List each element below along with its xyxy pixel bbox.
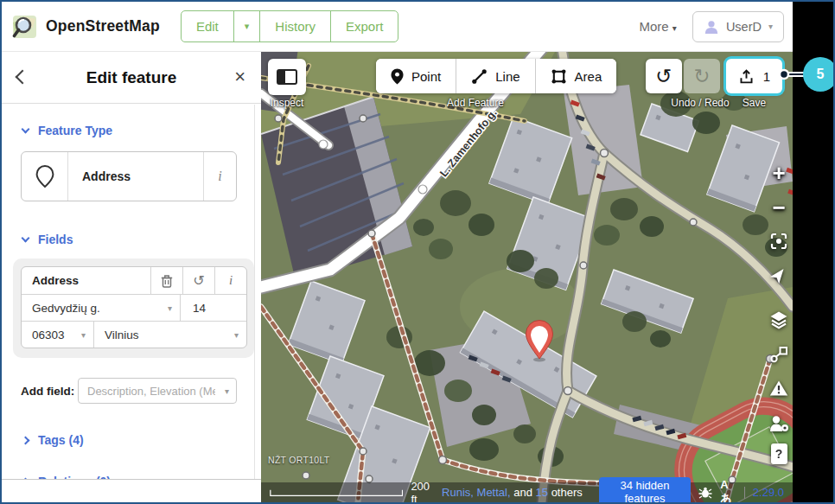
export-button[interactable]: Export: [330, 11, 398, 41]
brand-title: OpenStreetMap: [46, 17, 160, 35]
bug-icon: [698, 487, 712, 499]
zoom-to-selection-button[interactable]: [766, 228, 792, 254]
line-icon: [471, 68, 488, 85]
history-button[interactable]: History: [259, 11, 330, 41]
city-combobox[interactable]: Vilnius ▾: [93, 322, 246, 348]
map-data-icon: [768, 344, 789, 365]
panel-body: Feature Type Address i Fields: [2, 105, 261, 479]
openstreetmap-logo-icon: [12, 14, 38, 40]
top-header: OpenStreetMap Edit ▾ History Export More…: [2, 2, 793, 52]
add-area-button[interactable]: Area: [535, 59, 617, 93]
frame-target-icon: [768, 231, 789, 252]
caret-down-icon: ▾: [81, 330, 86, 340]
feature-type-info-button[interactable]: i: [203, 152, 236, 201]
remove-field-button[interactable]: [150, 267, 182, 294]
street-combobox[interactable]: Gedvydžių g. ▾: [22, 295, 180, 321]
add-field-combobox[interactable]: ▾: [78, 378, 237, 404]
save-button[interactable]: 1: [726, 59, 782, 93]
scroll-gutter: [254, 105, 255, 479]
navigation-arrow-icon: [768, 265, 789, 285]
panel-header: Edit feature ×: [2, 52, 261, 104]
tags-section-header[interactable]: Tags (4): [2, 433, 261, 447]
contributor-attribution: Runis, Mettal, and 15 others: [442, 486, 583, 499]
panel-footer: [2, 479, 261, 502]
user-menu-button[interactable]: UserD ▾: [692, 11, 784, 42]
redo-icon: ↻: [693, 65, 710, 88]
caret-down-icon: ▾: [672, 23, 677, 33]
header-right: More ▾ UserD ▾: [639, 11, 784, 42]
street-housenumber-row: Gedvydžių g. ▾ 14: [22, 294, 246, 321]
caret-down-icon: ▾: [168, 303, 172, 313]
user-settings-icon: [768, 413, 790, 434]
redo-button[interactable]: ↻: [684, 59, 720, 93]
map-pin-outline-icon: [35, 164, 55, 188]
status-strip: 200 ft Runis, Mettal, and 15 others 34 h…: [261, 482, 793, 502]
issues-button[interactable]: [766, 375, 792, 401]
aerial-imagery: L. Zamenhofo g.: [261, 52, 793, 502]
imagery-attribution: NŽT ORT10LT: [268, 455, 330, 465]
add-feature-group: Point Line Area: [376, 59, 616, 93]
feature-icon-cell: [22, 152, 68, 201]
warning-triangle-icon: [768, 378, 789, 399]
add-field-input[interactable]: [79, 379, 236, 403]
housenumber-input[interactable]: 14: [180, 295, 246, 321]
edit-button-group: Edit ▾ History Export: [181, 10, 398, 42]
edit-button[interactable]: Edit: [182, 11, 233, 41]
report-bug-button[interactable]: [698, 487, 712, 499]
caret-down-icon: ▾: [768, 22, 773, 31]
layers-icon: [768, 309, 789, 330]
hidden-features-button[interactable]: 34 hidden features: [599, 477, 691, 502]
inspect-mode-button[interactable]: [268, 59, 306, 95]
revert-field-button[interactable]: ↺: [182, 267, 214, 294]
feature-type-name: Address: [68, 152, 203, 201]
undo-icon: ↺: [655, 65, 672, 88]
close-icon[interactable]: ×: [231, 52, 249, 102]
chevron-right-icon: [22, 436, 30, 444]
address-field-wrap: Address ↺ i: [13, 258, 254, 358]
field-info-button[interactable]: i: [214, 267, 246, 294]
undo-button[interactable]: ↺: [646, 59, 682, 93]
geolocate-button[interactable]: [766, 262, 792, 288]
chevron-down-icon: [22, 233, 30, 242]
more-menu-button[interactable]: More ▾: [639, 19, 676, 34]
add-line-button[interactable]: Line: [456, 59, 534, 93]
user-avatar-icon: [704, 19, 719, 35]
help-icon: ?: [771, 443, 787, 464]
background-layers-button[interactable]: [766, 307, 792, 333]
address-field-label: Address: [22, 267, 150, 294]
address-field-header-row: Address ↺ i: [22, 267, 246, 294]
chevron-down-icon: [22, 124, 30, 133]
annotation-badge: 5: [803, 57, 835, 92]
preferences-button[interactable]: [766, 411, 792, 437]
version-link[interactable]: 2.29.0: [753, 486, 784, 499]
zoom-out-button[interactable]: −: [766, 195, 792, 220]
others-count-link[interactable]: 15: [536, 486, 548, 499]
save-upload-icon: [738, 68, 755, 85]
fields-section: Fields Address: [2, 233, 261, 404]
inspect-icon: [277, 69, 297, 85]
panel-title: Edit feature: [2, 52, 261, 104]
map-viewport[interactable]: L. Zamenhofo g. Inspect Point: [261, 52, 793, 502]
caret-down-icon: ▾: [225, 386, 229, 396]
feature-type-card[interactable]: Address i: [21, 151, 237, 201]
zoom-in-button[interactable]: +: [766, 160, 792, 186]
edit-count-badge: 1: [763, 69, 770, 84]
point-icon: [391, 68, 404, 85]
add-field-label: Add field:: [21, 385, 78, 398]
address-field-card: Address ↺ i: [21, 266, 247, 348]
fields-section-header[interactable]: Fields: [2, 233, 261, 246]
area-icon: [551, 68, 567, 85]
edit-feature-panel: Edit feature × Feature Type Address i: [2, 52, 261, 502]
app-window: OpenStreetMap Edit ▾ History Export More…: [0, 0, 835, 504]
postcode-city-row: 06303 ▾ Vilnius ▾: [22, 321, 246, 348]
locale-switcher-button[interactable]: Aあ: [720, 478, 736, 502]
contributors-link[interactable]: Runis, Mettal,: [442, 486, 510, 499]
postcode-combobox[interactable]: 06303 ▾: [22, 322, 93, 348]
scale-bar: [270, 488, 403, 498]
edit-dropdown-caret-icon[interactable]: ▾: [233, 11, 260, 41]
scale-label: 200 ft: [411, 480, 434, 503]
map-data-button[interactable]: [766, 341, 792, 367]
add-point-button[interactable]: Point: [376, 59, 456, 93]
help-button[interactable]: ?: [766, 441, 792, 467]
feature-type-section-header[interactable]: Feature Type: [2, 124, 261, 137]
